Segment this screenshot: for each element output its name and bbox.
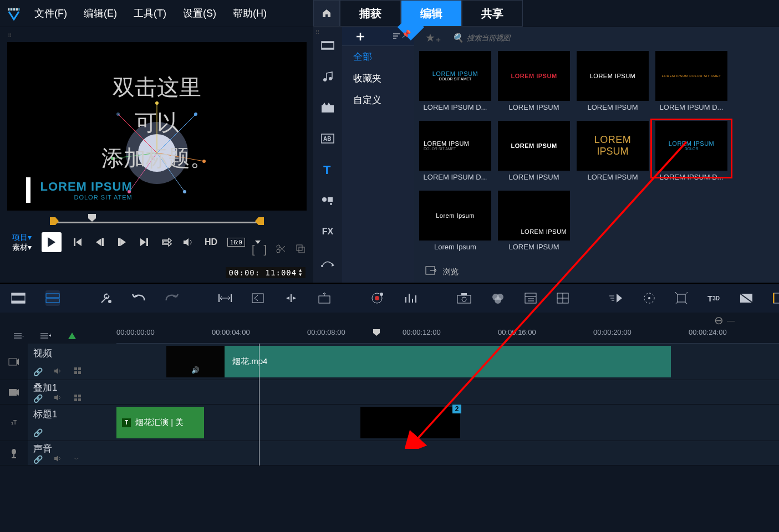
browse-label[interactable]: 浏览 [443,267,459,277]
tc-down-icon[interactable]: ▼ [299,273,302,277]
tab-capture[interactable]: 捕获 [340,0,401,27]
mode-project[interactable]: 项目▾ [12,232,32,242]
title-preset-thumb[interactable]: LOREM IPSUM LOREM IPSUM [495,191,573,259]
preview-viewport[interactable]: 双击这里 可以 添加标题。 LOREM IPSUM DOLOR SIT ATEM [7,42,307,211]
track-link-icon[interactable]: 🔗 [33,367,43,376]
title-preset-thumb[interactable]: LOREM IPSUM LOREM IPSUM [495,121,573,190]
home-button[interactable] [313,0,340,27]
library-search-input[interactable] [467,34,633,42]
pin-icon[interactable]: 📌 [401,29,411,38]
track-link-icon[interactable]: 🔗 [33,394,43,403]
track-collapse-icon[interactable]: - [11,328,27,344]
play-button[interactable] [42,232,62,252]
lib-audio-icon[interactable] [320,69,335,84]
timecode-display[interactable]: 00:00: 11:004 ▲▼ [226,267,306,278]
tl-fit-icon[interactable] [218,290,232,306]
track-link-icon[interactable]: 🔗 [33,428,43,437]
tl-motion-icon[interactable] [609,290,623,306]
lib-media-icon[interactable] [320,38,335,53]
ruler-playhead-marker[interactable] [373,329,380,336]
lib-add-button[interactable] [342,27,378,45]
track-mute-icon[interactable] [54,394,63,403]
lib-cat-custom[interactable]: 自定义 [342,89,414,111]
mode-clip[interactable]: 素材▾ [12,242,32,252]
hd-badge[interactable]: HD [205,237,217,247]
lib-transitions-icon[interactable]: AB [320,131,335,146]
zoom-out-icon[interactable]: ⊖ [714,314,724,327]
title-preset-thumb[interactable]: LOREM IPSUM LOREM IPSUM [574,121,651,190]
track-name-video[interactable]: 视频 [33,347,111,360]
loop-icon[interactable] [160,236,172,248]
tl-audio-mixer-icon[interactable] [404,290,417,306]
mark-out-button[interactable]: ] [263,243,267,256]
menu-settings[interactable]: 设置(S) [183,7,216,20]
tl-chapter-icon[interactable] [525,290,537,306]
lib-cat-favorites[interactable]: 收藏夹 [342,68,414,89]
lib-effects-icon[interactable] [320,100,335,115]
title-preset-thumb[interactable]: LOREM IPSUM LOREM IPSUM [495,51,573,120]
tab-share[interactable]: 共享 [462,0,523,27]
track-mute-icon[interactable] [54,455,63,464]
step-back-icon[interactable] [94,236,106,248]
copy-icon[interactable] [296,244,306,255]
lib-graphics-icon[interactable] [320,193,335,208]
scrubber-position-marker[interactable] [87,214,97,222]
tl-multicam-icon[interactable] [675,290,688,306]
lib-path-icon[interactable] [320,255,335,270]
panel-grip[interactable]: ⠿ [4,32,309,40]
track-name-audio[interactable]: 声音 [33,442,111,455]
lib-titles-icon[interactable]: T [320,162,335,177]
track-add-icon[interactable] [64,328,80,344]
tl-mask-icon[interactable] [740,290,753,306]
tl-timeline-icon[interactable] [45,290,60,306]
lib-cat-all[interactable]: 全部 [342,46,414,68]
lib-favorite-star-icon[interactable]: ★₊ [425,31,441,44]
title-preset-thumb[interactable]: LOREM IPSUM DOLOR SIT AMET LOREM IPSUM D… [653,51,730,120]
tl-grid-icon[interactable] [557,290,569,306]
preview-scrubber[interactable] [54,222,259,223]
tl-split-screen-icon[interactable] [773,290,779,306]
tl-snapshot-icon[interactable] [457,290,471,306]
menu-help[interactable]: 帮助(H) [233,7,267,20]
panel-grip[interactable]: ⠿ [315,29,319,35]
tl-tools-icon[interactable] [100,290,112,306]
browse-out-icon[interactable] [425,266,437,278]
track-name-overlay[interactable]: 叠加1 [33,381,111,394]
track-fx-icon[interactable] [74,367,82,376]
title-preset-thumb[interactable]: LOREM IPSUM DOLOR LOREM IPSUM D... [653,121,730,190]
mark-in-handle[interactable] [50,217,59,225]
menu-tools[interactable]: 工具(T) [134,7,166,20]
mark-in-button[interactable]: [ [252,243,255,256]
timeline-playhead[interactable] [259,344,259,466]
aspect-ratio-badge[interactable]: 16:9 [227,238,245,247]
step-fwd-icon[interactable] [116,236,128,248]
track-dropdown-icon[interactable]: ﹀ [74,456,79,463]
go-start-icon[interactable] [72,236,84,248]
track-name-title[interactable]: 标题1 [33,408,111,421]
tl-record-icon[interactable] [370,290,384,306]
tl-3d-title-icon[interactable]: T3D [707,290,720,306]
tl-eject-icon[interactable] [318,290,330,306]
menu-file[interactable]: 文件(F) [34,7,67,20]
title-preset-thumb[interactable]: LOREM IPSUM LOREM IPSUM [574,51,651,120]
tl-zoom-selection-icon[interactable] [252,290,264,306]
go-end-icon[interactable] [138,236,150,248]
title-clip-1[interactable]: T 烟花汇演 | 美 [116,407,204,438]
split-clip-icon[interactable] [276,243,287,256]
tl-color-icon[interactable] [491,290,505,306]
mark-out-handle[interactable] [255,217,264,225]
track-link-icon[interactable]: 🔗 [33,455,43,464]
title-clip-2[interactable]: 2 [360,407,460,438]
tl-undo-icon[interactable] [132,290,145,306]
title-preset-thumb[interactable]: LOREM IPSUM DOLOR SIT AMET LOREM IPSUM D… [416,51,494,120]
title-preset-thumb[interactable]: Lorem Ipsum Lorem Ipsum [416,191,494,259]
menu-edit[interactable]: 编辑(E) [84,7,117,20]
tl-storyboard-icon[interactable] [11,290,26,306]
volume-icon[interactable] [182,236,195,248]
lib-fx-icon[interactable]: FX [320,224,335,239]
tl-expand-icon[interactable] [284,290,298,306]
track-mute-icon[interactable] [54,367,63,376]
title-preset-thumb[interactable]: LOREM IPSUM DOLOR SIT AMET LOREM IPSUM D… [416,121,494,190]
tl-redo-icon[interactable] [165,290,179,306]
track-fx-icon[interactable] [74,394,82,403]
